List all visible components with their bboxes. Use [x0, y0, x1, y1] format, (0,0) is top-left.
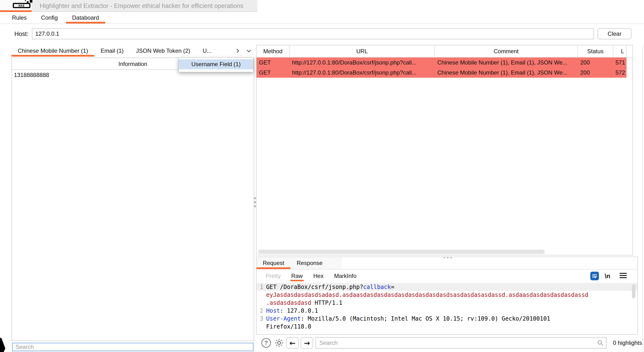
code-text: eyJasdasdasdasdsadasd.asdaasdasdasdasdas…: [266, 292, 588, 298]
main-tab-rules[interactable]: Rules: [5, 12, 34, 24]
overflow-dropdown: Username Field (1): [178, 58, 254, 72]
tab-response[interactable]: Response: [290, 257, 329, 269]
detail-tab-strip: RequestResponse: [256, 257, 342, 269]
extractor-tab[interactable]: Chinese Mobile Number (1): [12, 45, 94, 56]
extractor-search-input[interactable]: [12, 343, 254, 351]
word-wrap-icon[interactable]: [590, 272, 599, 280]
hae-extension-tab[interactable]: HAE: [0, 0, 32, 12]
back-button[interactable]: ←: [286, 337, 299, 349]
request-row[interactable]: GEThttp://127.0.0.1:80/DoraBox/csrf/json…: [256, 68, 626, 78]
host-label: Host:: [14, 30, 28, 38]
horizontal-splitter-handle[interactable]: [444, 257, 452, 258]
request-row[interactable]: GEThttp://127.0.0.1:80/DoraBox/csrf/json…: [256, 58, 626, 68]
app-title: Highlighter and Extractor - Empower ethi…: [40, 0, 243, 12]
extractor-tab[interactable]: U...: [196, 45, 218, 56]
cursor-artifact: [0, 338, 5, 352]
editor-search-input[interactable]: [316, 337, 606, 349]
column-header-comment[interactable]: Comment: [435, 45, 578, 57]
horizontal-scrollbar-thumb[interactable]: [258, 250, 545, 254]
newline-toggle-icon[interactable]: \n: [605, 270, 610, 282]
column-header-method[interactable]: Method: [256, 45, 290, 57]
view-tab-markinfo[interactable]: MarkInfo: [329, 270, 362, 282]
view-tab-strip: PrettyRawHexMarkInfo: [260, 270, 362, 282]
code-text: GET /DoraBox/csrf/jsonp.php?callback=: [266, 284, 394, 290]
request-cell-length: 572: [613, 68, 626, 78]
main-tab-config[interactable]: Config: [34, 12, 65, 24]
view-tab-bar: PrettyRawHexMarkInfo \n: [256, 270, 637, 282]
requests-table-body: GEThttp://127.0.0.1:80/DoraBox/csrf/json…: [256, 58, 632, 78]
extractor-tab-bar: Chinese Mobile Number (1)Email (1)JSON W…: [12, 45, 254, 56]
help-icon[interactable]: ?: [261, 338, 271, 348]
code-line: 1GET /DoraBox/csrf/jsonp.php?callback=: [256, 283, 637, 291]
view-tab-hex[interactable]: Hex: [308, 270, 329, 282]
title-bar: Highlighter and Extractor - Empower ethi…: [0, 0, 257, 12]
code-line: eyJasdasdasdasdsadasd.asdaasdasdasdasdas…: [256, 291, 637, 299]
highlights-count: 0 highlights: [613, 336, 642, 350]
column-header-status[interactable]: Status: [578, 45, 613, 57]
requests-table: Method URL Comment Status L GEThttp://12…: [256, 45, 633, 255]
gear-icon[interactable]: [274, 338, 284, 349]
code-text: User-Agent: Mozilla/5.0 (Macintosh; Inte…: [266, 315, 550, 322]
information-table: Information 13188888888: [12, 58, 254, 341]
column-header-length[interactable]: L: [613, 45, 626, 57]
host-bar: Host: Clear: [0, 28, 644, 39]
view-tab-raw[interactable]: Raw: [286, 270, 308, 282]
line-number: 2: [256, 308, 266, 314]
request-cell-status: 200: [578, 68, 613, 78]
code-line: 3User-Agent: Mozilla/5.0 (Macintosh; Int…: [256, 314, 637, 322]
code-line: Firefox/118.0: [256, 322, 637, 330]
extractor-tab-list: Chinese Mobile Number (1)Email (1)JSON W…: [12, 45, 218, 56]
main-tab-databoard[interactable]: Databoard: [65, 12, 106, 24]
message-detail-panel: RequestResponse PrettyRawHexMarkInfo \n …: [256, 257, 638, 335]
code-line: .asdasdasdasd HTTP/1.1: [256, 299, 637, 307]
extractor-tab[interactable]: Email (1): [94, 45, 130, 56]
clear-button[interactable]: Clear: [598, 28, 632, 39]
request-cell-method: GET: [256, 58, 290, 68]
request-cell-url: http://127.0.0.1:80/DoraBox/csrf/jsonp.p…: [290, 68, 435, 78]
line-number: 1: [256, 284, 266, 290]
editor-scrollbar-thumb[interactable]: [632, 284, 635, 298]
hae-logo-pixel: [30, 0, 32, 3]
main-tab-bar: RulesConfigDataboard: [0, 12, 644, 24]
vertical-splitter-handle[interactable]: [254, 197, 256, 209]
hae-logo-pixel: [25, 0, 26, 1]
forward-button[interactable]: →: [301, 337, 313, 349]
requests-table-header: Method URL Comment Status L: [256, 45, 632, 58]
extractor-tab[interactable]: JSON Web Token (2): [130, 45, 196, 56]
detail-tab-bar: RequestResponse: [256, 257, 637, 270]
code-line: 2Host: 127.0.0.1: [256, 307, 637, 314]
request-cell-url: http://127.0.0.1:80/DoraBox/csrf/jsonp.p…: [290, 58, 435, 68]
extractor-tab-overflow-controls: [234, 48, 254, 54]
code-text: .asdasdasdasd HTTP/1.1: [266, 300, 342, 306]
editor-search: [316, 337, 606, 349]
request-cell-status: 200: [578, 58, 613, 68]
window-edge-line: [642, 45, 643, 352]
dropdown-item[interactable]: Username Field (1): [178, 59, 254, 69]
request-editor[interactable]: 1GET /DoraBox/csrf/jsonp.php?callback=ey…: [256, 282, 637, 334]
search-icon[interactable]: [597, 340, 604, 346]
code-text: Firefox/118.0: [266, 323, 311, 330]
hae-logo-pixel: [27, 1, 28, 3]
editor-bottom-bar: ? ← → 0 highlights: [256, 336, 644, 351]
request-cell-comment: Chinese Mobile Number (1), Email (1), JS…: [435, 58, 578, 68]
code-text: Host: 127.0.0.1: [266, 308, 318, 314]
hae-logo-icon: HAE: [13, 3, 30, 8]
menu-icon[interactable]: [620, 273, 627, 279]
request-cell-length: 571: [613, 58, 626, 68]
view-tab-pretty[interactable]: Pretty: [260, 270, 286, 282]
chevron-right-icon[interactable]: [234, 48, 241, 54]
request-cell-method: GET: [256, 68, 290, 78]
column-header-filler: [626, 45, 632, 57]
chevron-down-icon[interactable]: [246, 48, 252, 54]
request-cell-comment: Chinese Mobile Number (1), Email (1), JS…: [435, 68, 578, 78]
tab-request[interactable]: Request: [256, 257, 290, 269]
host-input[interactable]: [32, 28, 594, 39]
column-header-url[interactable]: URL: [290, 45, 435, 57]
line-number: 3: [256, 315, 266, 322]
